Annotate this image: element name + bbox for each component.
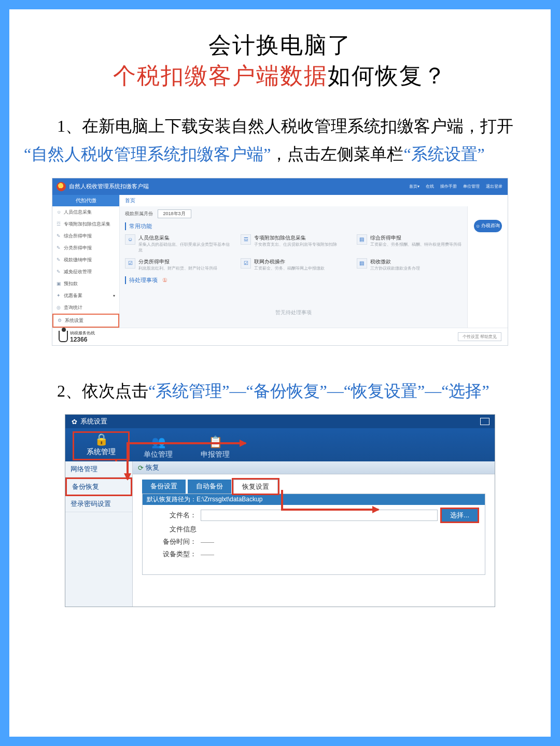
phone-icon [59, 331, 68, 342]
person-icon: ☺ [125, 234, 135, 245]
left-item-password[interactable]: 登录密码设置 [65, 496, 132, 512]
tax-emblem-icon [57, 182, 66, 191]
section-pending: 待处理事项 ① [125, 276, 462, 284]
nav-manual[interactable]: 操作手册 [440, 184, 457, 189]
section-common: 常用功能 [125, 222, 462, 230]
feature-card[interactable]: ☺人员信息采集采集人员的基础信息、任职受雇从业类型等基本信息 [125, 234, 230, 253]
header-nav: 首页▾ 在线 操作手册 单位管理 退出登录 [409, 184, 502, 189]
step-2-paragraph: 2、依次点击“系统管理”—“备份恢复”—“恢复设置”—“选择” [13, 377, 547, 405]
settings-left-menu: 网络管理 备份恢复 登录密码设置 [65, 461, 133, 607]
main-panel: 税款所属月份 2018年3月 常用功能 ☺人员信息采集采集人员的基础信息、任职受… [120, 206, 467, 328]
feature-card[interactable]: ▤税收缴款三方协议税款缴款业务办理 [357, 258, 462, 271]
nav-online[interactable]: 在线 [426, 184, 434, 189]
report-icon: ▤ [357, 234, 367, 245]
nav-unit[interactable]: 单位管理 [463, 184, 480, 189]
sidebar-item[interactable]: ✎税款缴纳申报 [52, 254, 119, 266]
right-panel: ☺办税咨询 [467, 206, 508, 328]
sidebar-item[interactable]: ☲专项附加扣除信息采集 [52, 218, 119, 230]
backup-time-row: 备份时间： —— [150, 537, 478, 546]
page: 会计换电脑了 个税扣缴客户端数据如何恢复？ 1、在新电脑上下载安装自然人税收管理… [0, 0, 560, 746]
file-name-row: 文件名： 选择... [150, 509, 478, 522]
annotation-arrow-right-2 [281, 509, 379, 511]
sidebar-item-system-settings[interactable]: ⚙系统设置 [52, 314, 119, 328]
screenshot-2-wrap: ✿ 系统设置 🔒 系统管理 👥 单位管理 📋 申报管理 [13, 414, 547, 607]
deduction-icon: ☲ [241, 234, 251, 245]
device-type-row: 设备类型： —— [150, 550, 478, 559]
file-info-row: 文件信息 [150, 525, 478, 534]
app-titlebar: 自然人税收管理系统扣缴客户端 首页▾ 在线 操作手册 单位管理 退出登录 [52, 178, 508, 195]
sidebar-item[interactable]: ✦优惠备案▾ [52, 290, 119, 302]
default-path-label: 默认恢复路径为：E:\Zrrssglxt\dataBackup [143, 494, 485, 505]
feature-card[interactable]: ☑分类所得申报利息股息红利、财产租赁、财产转让等所得 [125, 258, 230, 271]
title-line-2: 个税扣缴客户端数据如何恢复？ [13, 61, 547, 91]
annotation-arrow-2 [65, 444, 226, 481]
document-title: 会计换电脑了 个税扣缴客户端数据如何恢复？ [13, 30, 547, 91]
app-footer: 纳税服务热线 12366 个性设置 帮助意见 [52, 328, 508, 345]
screenshot-1-app: 自然人税收管理系统扣缴客户端 首页▾ 在线 操作手册 单位管理 退出登录 代扣代… [52, 178, 508, 346]
annotation-arrow-down-1 [127, 442, 129, 480]
restore-subtabs: 备份设置 自动备份 恢复设置 [142, 480, 485, 494]
restore-panel: 默认恢复路径为：E:\Zrrssglxt\dataBackup 文件名： 选择.… [142, 494, 485, 575]
sidebar-item[interactable]: ✎综合所得申报 [52, 230, 119, 242]
subtab-auto-backup[interactable]: 自动备份 [188, 480, 231, 494]
settings-main: ⟳ 恢复 备份设置 自动备份 恢复设置 默认恢复路径为：E:\Zrrssglxt… [133, 461, 495, 607]
nav-home[interactable]: 首页▾ [409, 184, 419, 189]
file-name-input[interactable] [201, 510, 438, 521]
settings-body: 网络管理 备份恢复 登录密码设置 ⟳ 恢复 备份设置 自动备份 恢复设置 [65, 461, 495, 607]
title-line-1: 会计换电脑了 [13, 30, 547, 61]
subtab-restore-settings[interactable]: 恢复设置 [233, 480, 278, 494]
sidebar-item[interactable]: ☺人员信息采集 [52, 206, 119, 218]
settings-titlebar: ✿ 系统设置 [65, 415, 495, 428]
tax-month-select[interactable]: 2018年3月 [158, 209, 191, 218]
feature-card[interactable]: ☑联网办税操作工资薪金、劳务、稿酬等网上申报缴款 [241, 258, 346, 271]
pending-badge: ① [162, 277, 167, 283]
page-tab-home[interactable]: 首页 [125, 198, 135, 203]
footer-settings-button[interactable]: 个性设置 帮助意见 [458, 332, 501, 341]
empty-state: 暂无待处理事项 [125, 288, 462, 316]
select-file-button[interactable]: 选择... [442, 509, 478, 522]
app-title: 自然人税收管理系统扣缴客户端 [69, 182, 149, 190]
network-icon: ☑ [241, 258, 251, 269]
sidebar-item[interactable]: ✎分类所得申报 [52, 242, 119, 254]
subtab-backup-settings[interactable]: 备份设置 [142, 480, 186, 494]
step-1-paragraph: 1、在新电脑上下载安装自然人税收管理系统扣缴客户端，打开“自然人税收管理系统扣缴… [13, 112, 547, 168]
maximize-icon[interactable] [480, 418, 489, 425]
consult-button[interactable]: ☺办税咨询 [474, 220, 502, 232]
gear-icon: ✿ [72, 418, 77, 426]
feature-card[interactable]: ▤综合所得申报工资薪金、劳务报酬、稿酬、特许权使用费等所得 [357, 234, 462, 253]
sidebar-item[interactable]: ✎减免征收管理 [52, 266, 119, 278]
category-icon: ☑ [125, 258, 135, 269]
annotation-arrow-right-1 [127, 442, 246, 444]
sidebar: ☺人员信息采集 ☲专项附加扣除信息采集 ✎综合所得申报 ✎分类所得申报 ✎税款缴… [52, 206, 120, 328]
app-subhead: 代扣代缴 首页 [52, 195, 508, 206]
sidebar-item[interactable]: ◎查询统计 [52, 302, 119, 314]
tax-month-row: 税款所属月份 2018年3月 [125, 209, 462, 218]
nav-exit[interactable]: 退出登录 [486, 184, 502, 189]
hotline: 纳税服务热线 12366 [59, 330, 95, 343]
payment-icon: ▤ [357, 258, 367, 269]
annotation-arrow-down-2 [281, 490, 283, 511]
feature-card[interactable]: ☲专项附加扣除信息采集子女教育支出、住房贷款利息等专项附加扣除 [241, 234, 346, 253]
sidebar-item[interactable]: ▣预扣款 [52, 278, 119, 290]
left-panel-title: 代扣代缴 [52, 195, 119, 206]
